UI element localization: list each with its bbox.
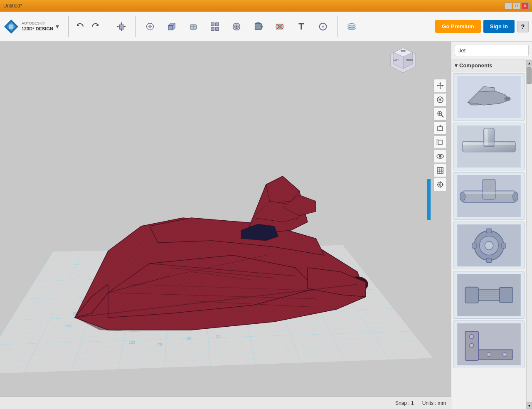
component-thumbnail-jet — [457, 76, 521, 118]
svg-marker-83 — [442, 85, 443, 86]
component-item-jet[interactable] — [453, 73, 525, 121]
components-header: ▾ Components — [451, 60, 526, 71]
svg-text:TOP: TOP — [401, 50, 406, 52]
primitives-tool-button[interactable] — [163, 16, 181, 37]
grid-plane — [0, 245, 438, 381]
component-thumbnail-2 — [457, 126, 521, 168]
svg-marker-33 — [261, 23, 263, 30]
text-tool-button[interactable]: T — [292, 16, 310, 37]
logo-dropdown-arrow[interactable]: ▾ — [56, 22, 59, 30]
grid-label-75: 75 — [158, 342, 162, 347]
panel-dropdown[interactable]: Jet Default Custom — [455, 45, 529, 56]
svg-rect-3 — [119, 25, 124, 29]
grid-toggle-button[interactable] — [433, 164, 447, 177]
svg-text:FRONT: FRONT — [406, 59, 413, 61]
divider-4 — [337, 16, 337, 37]
visibility-button[interactable] — [433, 150, 447, 163]
grid-label-100: 100 — [129, 340, 135, 345]
component-thumbnail-3 — [457, 175, 521, 217]
undo-button[interactable] — [74, 20, 87, 33]
svg-point-40 — [322, 25, 324, 28]
divider-1 — [68, 16, 69, 37]
svg-marker-10 — [117, 26, 118, 27]
components-title: Components — [459, 62, 492, 69]
measure-tool-button[interactable] — [314, 16, 332, 37]
divider-2 — [107, 16, 107, 37]
layers-tool-button[interactable] — [342, 16, 361, 37]
boolean-tool-button[interactable] — [271, 16, 289, 37]
pan-button[interactable] — [433, 79, 447, 92]
status-bar: Snap : 1 Units : mm — [0, 397, 451, 409]
svg-rect-46 — [0, 245, 433, 375]
right-panel: Jet Default Custom ▾ Components — [451, 42, 532, 409]
sketch-tool-button[interactable] — [141, 16, 159, 37]
component-item-3[interactable] — [453, 172, 525, 220]
svg-point-86 — [439, 99, 441, 101]
close-button[interactable]: ✕ — [521, 2, 529, 9]
nav-buttons — [74, 20, 102, 33]
component-item-6[interactable] — [453, 320, 525, 368]
minimize-button[interactable]: ─ — [505, 2, 512, 9]
svg-marker-11 — [124, 26, 126, 27]
scroll-thumb[interactable] — [527, 67, 532, 84]
perspective-button[interactable] — [433, 136, 447, 149]
orbit-button[interactable] — [433, 93, 447, 106]
modify-tool-button[interactable] — [184, 16, 202, 37]
panel-scrollbar: ▲ ▼ — [526, 60, 532, 409]
grid-label-250: 250 — [64, 324, 71, 328]
svg-rect-121 — [483, 179, 495, 199]
snap-button[interactable] — [433, 178, 447, 191]
title-text: Untitled* — [3, 3, 22, 9]
redo-button[interactable] — [89, 20, 102, 33]
svg-marker-54 — [249, 176, 308, 232]
toolbar-area: AUTODESK® 123D° DESIGN ▾ — [0, 12, 532, 42]
scroll-up-button[interactable]: ▲ — [527, 60, 532, 67]
group-tool-button[interactable] — [227, 16, 246, 37]
svg-text:LEFT: LEFT — [394, 59, 399, 61]
svg-rect-25 — [216, 22, 219, 25]
zoom-button[interactable] — [433, 107, 447, 121]
viewport[interactable]: 250 225 200 175 150 50 75 100 25 — [0, 42, 451, 409]
collapse-icon[interactable]: ▾ — [455, 62, 458, 69]
fit-button[interactable] — [433, 121, 447, 135]
svg-marker-57 — [283, 195, 316, 216]
logo-icon — [3, 19, 19, 34]
sign-in-button[interactable]: Sign In — [483, 20, 515, 33]
svg-point-112 — [504, 96, 510, 101]
svg-rect-136 — [499, 288, 512, 303]
panel-dropdown-wrapper: Jet Default Custom — [455, 45, 529, 56]
scroll-track — [527, 67, 532, 402]
component-item-5[interactable] — [453, 271, 525, 319]
scroll-down-button[interactable]: ▼ — [527, 402, 532, 409]
svg-marker-8 — [121, 22, 122, 23]
svg-rect-31 — [255, 23, 261, 30]
svg-point-128 — [485, 241, 493, 249]
grid-label-50: 50 — [187, 336, 191, 340]
component-item-2[interactable] — [453, 123, 525, 170]
svg-rect-131 — [472, 243, 476, 248]
panel-collapse-tab[interactable] — [427, 179, 431, 220]
components-section: ▾ Components — [451, 60, 532, 409]
svg-marker-55 — [266, 176, 299, 203]
go-premium-button[interactable]: Go Premium — [435, 20, 480, 33]
transform-tool-button[interactable] — [112, 16, 131, 37]
svg-point-146 — [487, 352, 491, 357]
svg-marker-32 — [255, 22, 261, 23]
maximize-button[interactable]: □ — [513, 2, 520, 9]
pattern-tool-button[interactable] — [206, 16, 224, 37]
component-thumbnail-4 — [457, 224, 521, 267]
view-cube[interactable]: TOP LEFT FRONT — [389, 46, 418, 75]
svg-marker-9 — [121, 30, 122, 31]
svg-point-30 — [236, 26, 237, 27]
title-bar-controls: ─ □ ✕ — [505, 2, 529, 9]
component-item-4[interactable] — [453, 222, 525, 269]
help-button[interactable]: ? — [517, 21, 529, 32]
svg-rect-98 — [437, 168, 443, 173]
solid-tool-button[interactable] — [249, 16, 267, 37]
brand-name: AUTODESK® — [22, 21, 53, 26]
svg-line-88 — [441, 115, 443, 117]
units-status: Units : mm — [422, 400, 446, 406]
svg-rect-132 — [502, 243, 506, 248]
components-list — [451, 71, 526, 409]
svg-rect-129 — [486, 229, 492, 233]
